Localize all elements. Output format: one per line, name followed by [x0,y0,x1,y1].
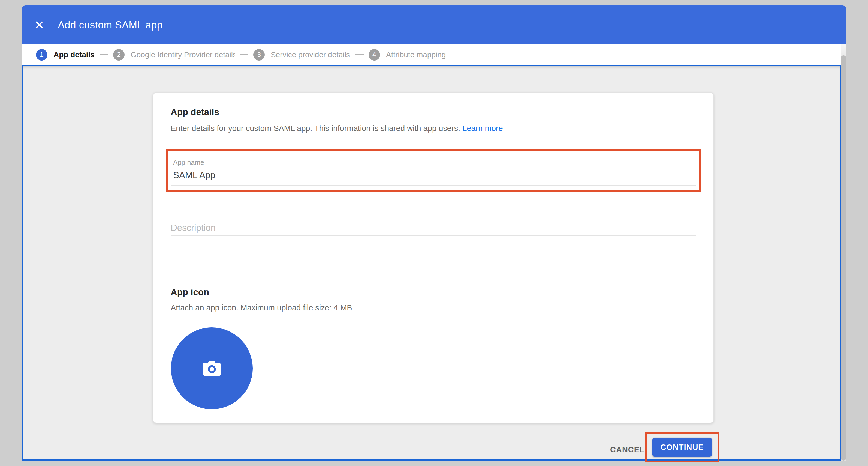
step-service-provider-details[interactable]: 3 Service provider details [253,49,350,61]
step-4-label: Attribute mapping [386,51,446,59]
app-icon-heading: App icon [170,287,209,297]
camera-icon [203,361,221,376]
step-1-circle: 1 [36,49,48,61]
step-connector [99,54,108,55]
app-name-input[interactable]: SAML App [173,170,215,180]
step-3-label: Service provider details [271,51,350,59]
continue-button[interactable]: CONTINUE [652,438,712,457]
step-google-idp-details[interactable]: 2 Google Identity Provider details [113,49,235,61]
step-2-circle: 2 [113,49,125,61]
step-2-label: Google Identity Provider details [131,51,235,59]
app-details-description: Enter details for your custom SAML app. … [170,124,503,133]
step-attribute-mapping[interactable]: 4 Attribute mapping [369,49,446,61]
app-name-label: App name [173,158,204,167]
app-details-heading: App details [170,107,219,117]
scrollbar-thumb[interactable] [841,55,846,461]
add-saml-app-dialog: ✕ Add custom SAML app 1 App details 2 Go… [22,5,846,461]
app-name-highlight-box: App name SAML App [166,149,701,192]
dialog-header: ✕ Add custom SAML app [22,5,846,45]
cancel-button[interactable]: CANCEL [606,442,649,457]
dialog-title: Add custom SAML app [58,19,163,31]
step-app-details[interactable]: 1 App details [36,49,95,61]
app-details-card: App details Enter details for your custo… [153,92,714,423]
step-4-circle: 4 [369,49,380,61]
wizard-stepper: 1 App details 2 Google Identity Provider… [22,45,841,65]
close-icon[interactable]: ✕ [31,17,48,33]
step-3-circle: 3 [253,49,265,61]
learn-more-link[interactable]: Learn more [462,124,503,133]
scrollbar [841,45,846,461]
wizard-content-area: App details Enter details for your custo… [22,65,841,461]
app-icon-upload-button[interactable] [171,327,253,409]
step-connector [355,54,364,55]
app-details-description-text: Enter details for your custom SAML app. … [170,124,460,133]
description-input[interactable]: Description [170,223,216,233]
app-icon-description: Attach an app icon. Maximum upload file … [170,303,352,312]
app-name-underline [171,185,696,185]
step-1-label: App details [54,51,95,59]
page: { "dialog": { "title": "Add custom SAML … [0,0,868,466]
continue-highlight-box: CONTINUE [645,432,719,462]
description-underline [170,235,696,236]
step-connector [240,54,248,55]
